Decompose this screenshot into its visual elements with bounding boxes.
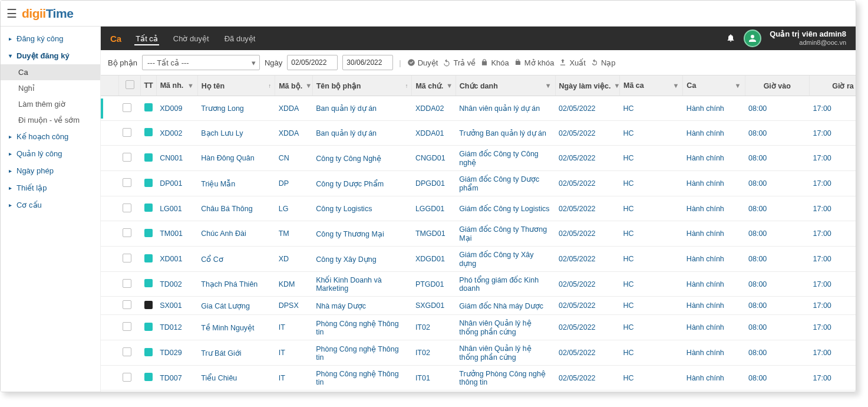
col-ma-cd[interactable]: Mã chứ.▼ xyxy=(412,76,456,96)
cell-ma-ca[interactable]: HC xyxy=(620,96,683,121)
row-checkbox[interactable] xyxy=(123,347,131,356)
table-row[interactable]: CN001Hàn Đông QuânCNCông ty Công NghệCNG… xyxy=(101,146,856,171)
cell-ma-cd[interactable]: XDCU02 xyxy=(412,390,456,392)
date-to-input[interactable] xyxy=(342,55,393,70)
cell-gio-vao[interactable]: 08:00 xyxy=(745,171,810,196)
reload-button[interactable]: Nạp xyxy=(590,58,616,67)
cell-ma-nv[interactable]: TD002 xyxy=(156,272,197,297)
cell-ma-ca[interactable]: HC xyxy=(620,171,683,196)
cell-gio-ra[interactable]: 17:00 xyxy=(810,146,856,171)
cell-ho-ten[interactable]: Bạch Lưu Ly xyxy=(197,121,275,146)
cell-ma-bp[interactable]: XDDA xyxy=(275,96,313,121)
cell-ma-bp[interactable]: XDDA xyxy=(275,121,313,146)
table-row[interactable]: TM001Chúc Anh ĐàiTMCông ty Thương MạiTMG… xyxy=(101,221,856,247)
cell-ma-ca[interactable]: HC xyxy=(620,221,683,247)
col-ngay[interactable]: Ngày làm việc.▼ xyxy=(555,76,620,96)
cell-gio-ra[interactable]: 17:00 xyxy=(810,297,856,315)
cell-gio-ra[interactable]: 17:00 xyxy=(810,196,856,221)
filter-icon[interactable]: ▼ xyxy=(305,82,312,89)
row-checkbox[interactable] xyxy=(123,153,131,162)
cell-ca[interactable]: Hành chính xyxy=(683,340,745,366)
cell-gio-ra[interactable]: 17:00 xyxy=(810,390,856,392)
cell-ma-bp[interactable]: CN xyxy=(275,146,313,171)
cell-ngay[interactable]: 02/05/2022 xyxy=(555,247,620,272)
cell-ma-nv[interactable]: XD009 xyxy=(156,96,197,121)
cell-ma-nv[interactable]: SX001 xyxy=(156,297,197,315)
tab[interactable]: Tất cả xyxy=(134,32,159,45)
cell-ten-bp[interactable]: Ban quản lý dự án xyxy=(312,96,412,121)
cell-gio-vao[interactable]: 08:00 xyxy=(745,272,810,297)
cell-chuc-danh[interactable]: Phó tổng giám đốc Kinh doanh xyxy=(456,272,555,297)
sidebar-item[interactable]: Duyệt đăng ký xyxy=(1,47,100,64)
table-row[interactable]: SX001Gia Cát LượngDPSXNhà máy DượcSXGD01… xyxy=(101,297,856,315)
col-ma-bp[interactable]: Mã bộ.▼ xyxy=(275,76,313,96)
cell-chuc-danh[interactable]: Giám đốc Công ty Xây dựng xyxy=(456,247,555,272)
cell-ma-cd[interactable]: LGGD01 xyxy=(412,196,456,221)
cell-ma-ca[interactable]: HC xyxy=(620,247,683,272)
table-row[interactable]: TD002Thạch Phá ThiênKDMKhối Kinh Doanh v… xyxy=(101,272,856,297)
row-checkbox[interactable] xyxy=(123,254,131,262)
col-ho-ten[interactable]: Họ tên↑ xyxy=(197,76,275,96)
cell-ten-bp[interactable]: Công ty Thương Mại xyxy=(312,221,412,247)
avatar[interactable] xyxy=(744,29,761,47)
col-chuc-danh[interactable]: Chức danh▼ xyxy=(456,76,555,96)
cell-ten-bp[interactable]: Nhà máy Dược xyxy=(312,297,412,315)
col-checkbox[interactable] xyxy=(119,76,141,96)
col-ca[interactable]: Ca▼ xyxy=(683,76,745,96)
cell-ma-cd[interactable]: XDGD01 xyxy=(412,247,456,272)
cell-ngay[interactable]: 02/05/2022 xyxy=(555,366,620,390)
cell-ma-nv[interactable]: XD002 xyxy=(156,121,197,146)
cell-chuc-danh[interactable]: Giám đốc Công ty Thương Mại xyxy=(456,221,555,247)
data-grid[interactable]: TT Mã nh.▼ Họ tên↑ Mã bộ.▼ Tên bộ phận↑ … xyxy=(101,76,856,392)
cell-gio-vao[interactable]: 08:00 xyxy=(745,96,810,121)
cell-ngay[interactable]: 02/05/2022 xyxy=(555,315,620,340)
cell-ho-ten[interactable]: Tiểu Chiêu xyxy=(197,366,275,390)
table-row[interactable]: XD009Trương LongXDDABan quản lý dự ánXDD… xyxy=(101,96,856,121)
cell-ma-bp[interactable]: DP xyxy=(275,171,313,196)
sidebar-item[interactable]: Cơ cấu xyxy=(1,196,100,214)
cell-ho-ten[interactable]: Gia Cát Lượng xyxy=(197,297,275,315)
cell-ngay[interactable]: 02/05/2022 xyxy=(555,297,620,315)
cell-ten-bp[interactable]: Công ty Logistics xyxy=(312,196,412,221)
cell-chuc-danh[interactable]: Nhân viên quản lý dự án xyxy=(456,96,555,121)
cell-ho-ten[interactable]: Trư Bát Giới xyxy=(197,340,275,366)
cell-ma-cd[interactable]: XDDA02 xyxy=(412,96,456,121)
cell-ngay[interactable]: 02/05/2022 xyxy=(555,146,620,171)
cell-ca[interactable]: Hành chính xyxy=(683,171,745,196)
filter-icon[interactable]: ▼ xyxy=(735,82,741,89)
sidebar-sub-item[interactable]: Làm thêm giờ xyxy=(1,96,100,112)
cell-ca[interactable]: Hành chính xyxy=(683,196,745,221)
cell-ngay[interactable]: 02/05/2022 xyxy=(555,196,620,221)
cell-ma-nv[interactable]: TD012 xyxy=(156,315,197,340)
sidebar-item[interactable]: Thiết lập xyxy=(1,179,100,196)
cell-ma-cd[interactable]: CNGD01 xyxy=(412,146,456,171)
cell-gio-vao[interactable]: 08:00 xyxy=(745,366,810,390)
table-row[interactable]: TD007Tiểu ChiêuITPhòng Công nghệ Thông t… xyxy=(101,366,856,390)
cell-gio-vao[interactable]: 08:00 xyxy=(745,315,810,340)
cell-chuc-danh[interactable]: Trưởng Ban quản lý dự án xyxy=(456,121,555,146)
cell-ma-cd[interactable]: IT02 xyxy=(412,315,456,340)
cell-gio-ra[interactable]: 17:00 xyxy=(810,96,856,121)
cell-chuc-danh[interactable]: Nhân viên Cung ứng xyxy=(456,390,555,392)
cell-gio-ra[interactable]: 17:00 xyxy=(810,247,856,272)
cell-chuc-danh[interactable]: Giám đốc Công ty Công nghệ xyxy=(456,146,555,171)
sidebar-sub-item[interactable]: Ca xyxy=(1,64,100,80)
filter-icon[interactable]: ▼ xyxy=(187,82,194,89)
cell-ten-bp[interactable]: Công ty Công Nghệ xyxy=(312,146,412,171)
menu-hamburger-icon[interactable]: ☰ xyxy=(6,6,17,21)
cell-chuc-danh[interactable]: Trưởng Phòng Công nghệ thông tin xyxy=(456,366,555,390)
tab[interactable]: Chờ duyệt xyxy=(172,32,210,45)
cell-ma-cd[interactable]: TMGD01 xyxy=(412,221,456,247)
cell-ten-bp[interactable]: Phòng Công nghệ Thông tin xyxy=(312,315,412,340)
cell-ma-cd[interactable]: DPGD01 xyxy=(412,171,456,196)
cell-ten-bp[interactable]: Công ty Xây Dựng xyxy=(312,247,412,272)
filter-icon[interactable]: ▼ xyxy=(446,82,453,89)
cell-ca[interactable]: Hành chính xyxy=(683,272,745,297)
cell-ma-nv[interactable]: DP001 xyxy=(156,171,197,196)
col-ten-bp[interactable]: Tên bộ phận↑ xyxy=(312,76,412,96)
cell-ma-ca[interactable]: HC xyxy=(620,315,683,340)
cell-ngay[interactable]: 02/05/2022 xyxy=(555,121,620,146)
cell-ma-nv[interactable]: TM001 xyxy=(156,221,197,247)
row-checkbox[interactable] xyxy=(123,279,131,288)
cell-ngay[interactable]: 02/05/2022 xyxy=(555,390,620,392)
